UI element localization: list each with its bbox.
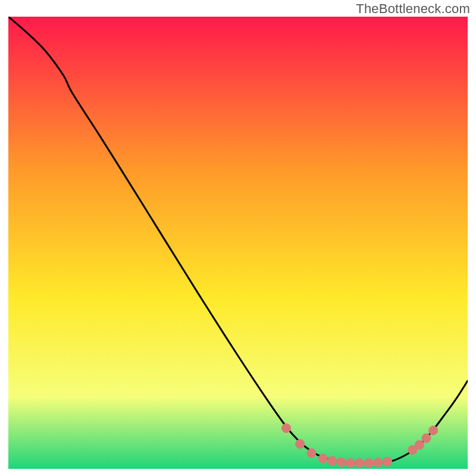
chart-area: [8, 17, 468, 469]
curve-dot: [383, 457, 392, 466]
curve-dot: [374, 458, 383, 467]
curve-dot: [307, 449, 316, 458]
curve-dot: [346, 459, 355, 468]
curve-dot: [415, 440, 424, 449]
curve-dot: [355, 459, 364, 468]
chart-svg: [8, 17, 468, 469]
curve-dot: [364, 459, 373, 468]
curve-dot: [318, 454, 327, 463]
curve-dot: [337, 458, 346, 466]
curve-dot: [281, 424, 290, 433]
attribution-text: TheBottleneck.com: [356, 1, 470, 17]
curve-dot: [422, 434, 431, 443]
gradient-background: [8, 17, 468, 469]
curve-dot: [429, 426, 438, 435]
curve-dot: [328, 456, 337, 465]
curve-dot: [296, 440, 305, 449]
